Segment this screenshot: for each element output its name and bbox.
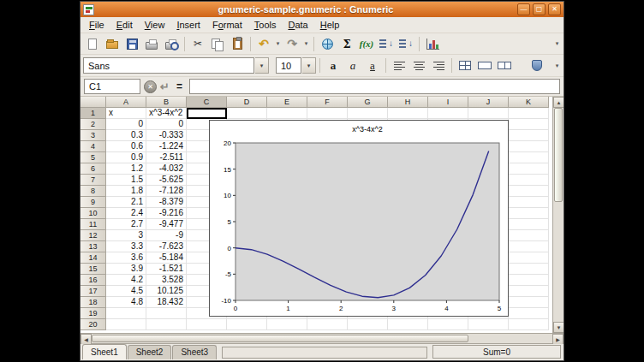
cell-B9[interactable]: -8.379 — [146, 197, 187, 208]
align-right-button[interactable] — [429, 56, 448, 74]
row-header-13[interactable]: 13 — [80, 241, 106, 252]
row-header-16[interactable]: 16 — [80, 275, 106, 286]
cell-A10[interactable]: 2.4 — [106, 208, 146, 219]
cell-B4[interactable]: -1.224 — [146, 141, 187, 152]
horizontal-scroll-trough[interactable] — [468, 334, 552, 343]
vertical-scroll-thumb[interactable] — [554, 108, 563, 202]
autosum-button[interactable]: Σ — [337, 35, 356, 53]
font-size-dropdown[interactable]: ▾ — [302, 57, 316, 74]
cell-K7[interactable] — [509, 175, 549, 186]
sheet-tab-sheet2[interactable]: Sheet2 — [128, 345, 172, 359]
menu-edit[interactable]: Edit — [110, 18, 139, 32]
cell-K10[interactable] — [509, 208, 549, 219]
embedded-chart[interactable]: x^3-4x^2-10-505101520012345 — [209, 120, 509, 317]
cell-J1[interactable] — [468, 108, 509, 119]
new-button[interactable] — [83, 35, 102, 53]
scroll-up-button[interactable]: ▲ — [553, 97, 564, 108]
redo-dropdown[interactable]: ▾ — [302, 40, 310, 47]
cell-B8[interactable]: -7.128 — [146, 186, 187, 197]
cell-K3[interactable] — [509, 130, 549, 141]
select-all-corner[interactable] — [80, 97, 106, 108]
close-button[interactable]: ✕ — [548, 3, 561, 15]
font-size-combo[interactable]: 10 — [276, 57, 301, 74]
cell-B20[interactable] — [146, 319, 187, 330]
cell-C1[interactable] — [187, 108, 227, 119]
column-header-F[interactable]: F — [307, 97, 348, 108]
cell-A12[interactable]: 3 — [106, 230, 146, 241]
cell-H20[interactable] — [388, 319, 428, 330]
menu-insert[interactable]: Insert — [170, 18, 206, 32]
title-bar[interactable]: gnumeric-sample.gnumeric : Gnumeric — ▢ … — [80, 2, 564, 17]
horizontal-scrollbar[interactable]: ◀ ▶ — [80, 333, 564, 344]
italic-button[interactable]: a — [343, 56, 362, 74]
column-header-K[interactable]: K — [509, 97, 549, 108]
column-header-G[interactable]: G — [348, 97, 388, 108]
cell-B3[interactable]: -0.333 — [146, 130, 187, 141]
cell-G1[interactable] — [348, 108, 388, 119]
scroll-down-button[interactable]: ▼ — [553, 322, 564, 333]
underline-button[interactable]: a — [363, 56, 382, 74]
cell-B11[interactable]: -9.477 — [146, 219, 187, 230]
cell-A19[interactable] — [106, 308, 146, 319]
row-header-12[interactable]: 12 — [80, 230, 106, 241]
menu-tools[interactable]: Tools — [248, 18, 283, 32]
paste-button[interactable] — [228, 35, 247, 53]
toolbar-overflow-button[interactable]: ▾ — [553, 40, 561, 47]
split-cells-button[interactable] — [495, 56, 514, 74]
cell-K17[interactable] — [509, 286, 549, 297]
cell-A9[interactable]: 2.1 — [106, 197, 146, 208]
align-left-button[interactable] — [390, 56, 408, 74]
column-header-B[interactable]: B — [146, 97, 187, 108]
row-header-6[interactable]: 6 — [80, 163, 106, 175]
column-header-D[interactable]: D — [227, 97, 267, 108]
cell-K14[interactable] — [509, 252, 549, 264]
cell-A6[interactable]: 1.2 — [106, 163, 146, 175]
print-button[interactable] — [142, 35, 161, 53]
row-header-19[interactable]: 19 — [80, 308, 106, 319]
font-name-dropdown[interactable]: ▾ — [255, 57, 269, 74]
cell-B7[interactable]: -5.625 — [146, 175, 187, 186]
merge-cells-button[interactable] — [456, 56, 474, 74]
cell-D20[interactable] — [227, 319, 267, 330]
cell-E1[interactable] — [267, 108, 307, 119]
cell-J20[interactable] — [468, 319, 509, 330]
bold-button[interactable]: a — [324, 56, 343, 74]
formula-input[interactable] — [189, 79, 560, 94]
cell-A5[interactable]: 0.9 — [106, 152, 146, 163]
cell-K18[interactable] — [509, 297, 549, 308]
sort-descending-button[interactable]: ↓ — [397, 35, 415, 53]
vertical-scrollbar[interactable]: ▲ ▼ — [552, 97, 564, 333]
row-header-5[interactable]: 5 — [80, 152, 106, 163]
cell-A15[interactable]: 3.9 — [106, 264, 146, 275]
cell-B5[interactable]: -2.511 — [146, 152, 187, 163]
row-header-14[interactable]: 14 — [80, 252, 106, 264]
cell-F20[interactable] — [307, 319, 348, 330]
format-toolbar-overflow-button[interactable]: ▾ — [553, 62, 561, 69]
cell-A4[interactable]: 0.6 — [106, 141, 146, 152]
equals-button[interactable]: = — [173, 80, 186, 92]
cell-A11[interactable]: 2.7 — [106, 219, 146, 230]
cell-K2[interactable] — [509, 119, 549, 130]
accept-entry-button[interactable]: ↵ — [160, 80, 170, 93]
row-header-8[interactable]: 8 — [80, 186, 106, 197]
cell-B13[interactable]: -7.623 — [146, 241, 187, 252]
undo-button[interactable]: ↶ — [254, 35, 273, 53]
row-header-7[interactable]: 7 — [80, 175, 106, 186]
row-header-20[interactable]: 20 — [80, 319, 106, 330]
column-header-E[interactable]: E — [267, 97, 307, 108]
cell-K9[interactable] — [509, 197, 549, 208]
cell-K19[interactable] — [509, 308, 549, 319]
sheet-tab-sheet1[interactable]: Sheet1 — [82, 344, 127, 359]
cell-K15[interactable] — [509, 264, 549, 275]
cell-B18[interactable]: 18.432 — [146, 297, 187, 308]
cell-A16[interactable]: 4.2 — [106, 275, 146, 286]
cell-B12[interactable]: -9 — [146, 230, 187, 241]
cell-A14[interactable]: 3.6 — [106, 252, 146, 264]
cell-B2[interactable]: 0 — [146, 119, 187, 130]
cell-B14[interactable]: -5.184 — [146, 252, 187, 264]
cell-A17[interactable]: 4.5 — [106, 286, 146, 297]
menu-view[interactable]: View — [139, 18, 171, 32]
cell-K20[interactable] — [509, 319, 549, 330]
row-header-3[interactable]: 3 — [80, 130, 106, 141]
hyperlink-button[interactable] — [318, 35, 337, 53]
